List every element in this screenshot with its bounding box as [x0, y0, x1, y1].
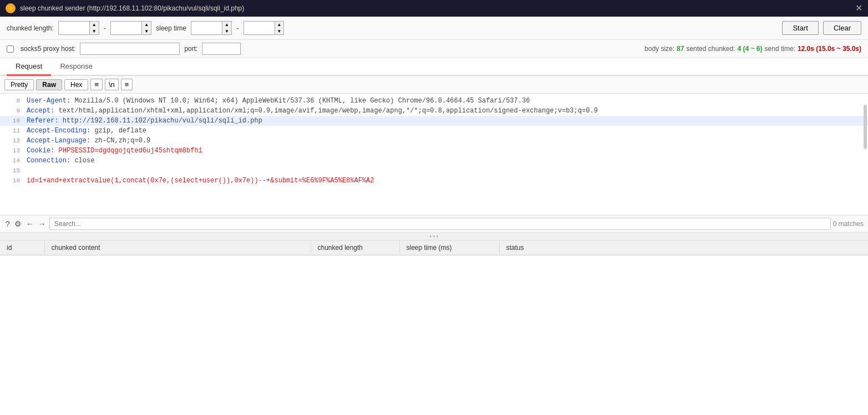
sented-chunked-value: 4 (4 ~ 6): [738, 45, 763, 53]
window-title: sleep chunked sender (http://192.168.11.…: [20, 4, 244, 12]
editor-toolbar: Pretty Raw Hex ≡ \n ≡: [0, 76, 868, 94]
title-bar: ⚡ sleep chunked sender (http://192.168.1…: [0, 0, 868, 17]
line-number: 13: [4, 146, 20, 156]
code-line: 14Connection: close: [0, 156, 868, 166]
line-number: 8: [4, 96, 20, 106]
body-size-label: body size:: [644, 45, 674, 53]
proxy-host-input[interactable]: 127.0.0.1: [80, 43, 180, 55]
sleep-time-min-input[interactable]: 3,000: [191, 23, 222, 34]
body-info: body size: 87 sented chunked: 4 (4 ~ 6) …: [644, 45, 861, 53]
sleep-time-min-spinner[interactable]: 3,000 ▲ ▼: [191, 21, 232, 35]
col-header-chunked-length: chunked length: [311, 240, 399, 255]
sented-chunked-label: sented chunked:: [686, 45, 735, 53]
sleep-time-min-up[interactable]: ▲: [222, 22, 231, 28]
scrollbar[interactable]: [864, 105, 867, 149]
col-header-content: chunked content: [44, 240, 311, 255]
dash2: -: [236, 24, 239, 33]
help-icon-button[interactable]: ?: [4, 218, 11, 229]
title-bar-left: ⚡ sleep chunked sender (http://192.168.1…: [6, 3, 244, 13]
controls-row: chunked length: 15 ▲ ▼ - 25 ▲ ▼ sleep ti…: [0, 17, 868, 40]
pretty-button[interactable]: Pretty: [4, 79, 34, 90]
tab-response[interactable]: Response: [51, 58, 101, 76]
line-content: Cookie: PHPSESSID=dgdqgojqted6uj45shtqm8…: [27, 146, 864, 156]
sleep-time-label: sleep time: [156, 24, 186, 32]
sleep-time-max-input[interactable]: 5,000: [244, 23, 275, 34]
code-line: 13Cookie: PHPSESSID=dgdqgojqted6uj45shtq…: [0, 146, 868, 156]
clear-button[interactable]: Clear: [823, 21, 861, 35]
chunked-length-max-spinner[interactable]: 25 ▲ ▼: [110, 21, 151, 35]
line-content: id=1+and+extractvalue(1,concat(0x7e,(sel…: [27, 176, 864, 186]
line-number: 16: [4, 176, 20, 186]
chunked-length-min-up[interactable]: ▲: [90, 22, 99, 28]
tab-request[interactable]: Request: [7, 58, 51, 76]
chunked-length-min-spinner[interactable]: 15 ▲ ▼: [58, 21, 99, 35]
tabs-row: Request Response: [0, 58, 868, 76]
line-number: 12: [4, 136, 20, 146]
code-area[interactable]: 8User-Agent: Mozilla/5.0 (Windows NT 10.…: [0, 94, 868, 216]
table-header: id chunked content chunked length sleep …: [0, 240, 868, 255]
line-content: Referer: http://192.168.11.102/pikachu/v…: [27, 116, 864, 126]
code-line: 8User-Agent: Mozilla/5.0 (Windows NT 10.…: [0, 96, 868, 106]
line-number: 11: [4, 126, 20, 136]
code-line: 10Referer: http://192.168.11.102/pikachu…: [0, 116, 868, 126]
line-content: Connection: close: [27, 156, 864, 166]
line-content: Accept: text/html,application/xhtml+xml,…: [27, 106, 864, 116]
sleep-time-max-down[interactable]: ▼: [275, 28, 284, 35]
dash1: -: [104, 24, 106, 33]
table-container[interactable]: id chunked content chunked length sleep …: [0, 240, 868, 362]
line-number: 14: [4, 156, 20, 166]
data-table: id chunked content chunked length sleep …: [0, 240, 868, 255]
search-row: ? ⚙ ← → 0 matches: [0, 216, 868, 233]
settings-icon-button[interactable]: ⚙: [13, 218, 23, 229]
col-header-sleep-time: sleep time (ms): [399, 240, 499, 255]
line-number: 9: [4, 106, 20, 116]
line-number: 10: [4, 116, 20, 126]
line-number: 15: [4, 166, 20, 176]
newline-icon-button[interactable]: \n: [105, 79, 119, 90]
chunked-length-max-down[interactable]: ▼: [142, 28, 151, 35]
wrap-icon-button[interactable]: ≡: [90, 79, 103, 90]
send-time-value: 12.0s (15.0s ~ 35.0s): [798, 45, 861, 53]
line-content: Accept-Encoding: gzip, deflate: [27, 126, 864, 136]
chunked-length-max-up[interactable]: ▲: [142, 22, 151, 28]
code-line: 16id=1+and+extractvalue(1,concat(0x7e,(s…: [0, 176, 868, 186]
proxy-checkbox[interactable]: [7, 45, 14, 53]
sleep-time-max-up[interactable]: ▲: [275, 22, 284, 28]
menu-icon-button[interactable]: ≡: [121, 79, 133, 90]
code-line: 11Accept-Encoding: gzip, deflate: [0, 126, 868, 136]
code-line: 9Accept: text/html,application/xhtml+xml…: [0, 106, 868, 116]
code-line: 12Accept-Language: zh-CN,zh;q=0.9: [0, 136, 868, 146]
info-row: socks5 proxy host: 127.0.0.1 port: 1080 …: [0, 40, 868, 58]
close-button[interactable]: ✕: [855, 4, 862, 13]
chunked-length-label: chunked length:: [7, 24, 54, 32]
raw-button[interactable]: Raw: [36, 79, 62, 90]
hex-button[interactable]: Hex: [64, 79, 88, 90]
search-input[interactable]: [49, 218, 831, 230]
lightning-icon: ⚡: [6, 3, 16, 13]
port-label: port:: [184, 45, 197, 53]
line-content: User-Agent: Mozilla/5.0 (Windows NT 10.0…: [27, 96, 864, 106]
code-line: 15: [0, 166, 868, 176]
forward-icon-button[interactable]: →: [37, 218, 47, 229]
resize-handle[interactable]: • • •: [0, 233, 868, 240]
proxy-label: socks5 proxy host:: [21, 45, 75, 53]
col-header-id: id: [0, 240, 44, 255]
match-count: 0 matches: [833, 220, 864, 228]
chunked-length-max-input[interactable]: 25: [111, 23, 141, 34]
send-time-label: send time:: [765, 45, 795, 53]
sleep-time-max-spinner[interactable]: 5,000 ▲ ▼: [243, 21, 285, 35]
body-size-value: 87: [677, 45, 684, 53]
port-input[interactable]: 1080: [202, 43, 241, 55]
start-button[interactable]: Start: [782, 21, 818, 35]
chunked-length-min-down[interactable]: ▼: [90, 28, 99, 35]
back-icon-button[interactable]: ←: [25, 218, 35, 229]
chunked-length-min-input[interactable]: 15: [59, 23, 89, 34]
sleep-time-min-down[interactable]: ▼: [222, 28, 231, 35]
col-header-status: status: [499, 240, 868, 255]
line-content: Accept-Language: zh-CN,zh;q=0.9: [27, 136, 864, 146]
